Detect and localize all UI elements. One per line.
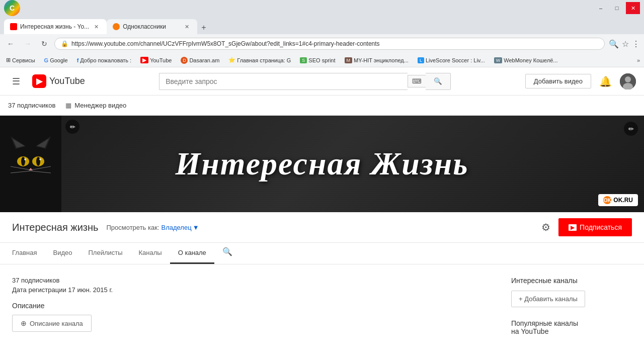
youtube-page: ☰ ▶ YouTube ⌨ 🔍 Добавить видео 🔔 37 подп… (0, 67, 644, 362)
bookmark-seo[interactable]: S SEO sprint (298, 56, 337, 64)
tab-search-icon[interactable]: 🔍 (214, 243, 240, 264)
window-controls: – □ ✕ (594, 2, 640, 14)
close-button[interactable]: ✕ (626, 2, 640, 14)
svg-point-8 (24, 158, 26, 160)
keyboard-icon[interactable]: ⌨ (408, 75, 426, 87)
user-avatar[interactable] (620, 73, 636, 89)
menu-icon[interactable]: ⋮ (632, 39, 640, 49)
tab-playlists[interactable]: Плейлисты (80, 243, 130, 264)
ok-ru-icon: OK (603, 196, 611, 204)
registration-stat: Дата регистрации 17 июн. 2015 г. (12, 286, 499, 294)
maximize-button[interactable]: □ (610, 2, 624, 14)
bookmark-main[interactable]: ⭐ Главная страница: G (226, 56, 293, 64)
ok-ru-label: OK.RU (613, 197, 633, 204)
svg-rect-3 (6, 134, 56, 194)
search-input[interactable] (159, 73, 408, 90)
bookmark-dasaran[interactable]: D Dasaran.am (179, 56, 221, 65)
search-nav-icon[interactable]: 🔍 (609, 39, 619, 49)
tab-ok-title: Одноклассники (123, 23, 166, 30)
grid-icon: ⊞ (6, 57, 11, 63)
interesting-channels-section: Интересные каналы + Добавить каналы (511, 277, 632, 307)
subscribers-stat: 37 подписчиков (12, 277, 499, 284)
channel-tabs: Главная Видео Плейлисты Каналы О канале … (0, 243, 644, 264)
bookmark-webmoney[interactable]: W WebMoney Кошелё... (492, 56, 560, 64)
edit-art-icon[interactable]: ✏ (624, 122, 638, 136)
interesting-channels-title: Интересные каналы (511, 277, 632, 285)
view-as-select[interactable]: Владелец ▼ (161, 224, 199, 231)
title-bar: C – □ ✕ (0, 0, 644, 16)
channel-info-bar: Интересная жизнь Просмотреть как: Владел… (0, 212, 644, 243)
bookmarks-more[interactable]: » (637, 57, 640, 63)
subscribe-button[interactable]: ▶ Подписаться (558, 218, 632, 236)
bookmarks-bar: ⊞ Сервисы G Google f Добро пожаловать : … (0, 53, 644, 67)
new-tab-button[interactable]: + (197, 21, 210, 34)
lock-icon: 🔒 (61, 40, 68, 47)
yt-logo-icon: ▶ (32, 74, 46, 88)
svg-point-7 (36, 157, 40, 166)
tab-channels[interactable]: Каналы (131, 243, 170, 264)
search-button[interactable]: 🔍 (426, 73, 451, 90)
channel-avatar-image (6, 139, 56, 189)
star-icon: ⭐ (228, 57, 235, 63)
view-as: Просмотреть как: Владелец ▼ (106, 224, 199, 231)
view-as-label: Просмотреть как: (106, 224, 159, 231)
svg-point-9 (39, 158, 41, 160)
tab-youtube-title: Интересная жизнь - Yo... (20, 23, 89, 30)
chevron-down-icon: ▼ (193, 224, 199, 231)
yt-logo-text: YouTube (49, 76, 85, 86)
settings-button[interactable]: ⚙ (539, 219, 552, 235)
channel-art-title: Интересная Жизнь (175, 145, 468, 183)
yt-header-right: Добавить видео 🔔 (525, 73, 636, 89)
seo-icon: S (300, 57, 307, 63)
notifications-bell-icon[interactable]: 🔔 (599, 75, 612, 87)
myhit-icon: M (345, 57, 353, 63)
tab-home[interactable]: Главная (12, 243, 45, 264)
channel-info-right: ⚙ ▶ Подписаться (539, 218, 632, 236)
svg-point-6 (21, 157, 25, 166)
subheader-subscribers[interactable]: 37 подписчиков (8, 102, 55, 109)
tab-ok-close[interactable]: ✕ (183, 23, 191, 31)
channel-subheader: 37 подписчиков ▦ Менеджер видео (0, 96, 644, 116)
channel-content: 37 подписчиков Дата регистрации 17 июн. … (0, 264, 644, 362)
add-channels-button[interactable]: + Добавить каналы (511, 291, 585, 307)
ok-ru-badge[interactable]: OK OK.RU (598, 194, 638, 206)
description-channel-button[interactable]: ⊕ Описание канала (12, 315, 92, 332)
channel-avatar-small (0, 116, 61, 212)
add-video-button[interactable]: Добавить видео (525, 74, 591, 88)
address-bar[interactable]: 🔒 https://www.youtube.com/channel/UCzVFF… (54, 38, 605, 50)
tab-about[interactable]: О канале (170, 243, 214, 264)
bookmark-welcome[interactable]: f Добро пожаловать : (75, 56, 134, 64)
tab-ok[interactable]: Одноклассники ✕ (107, 19, 197, 34)
yt-logo[interactable]: ▶ YouTube (32, 74, 85, 88)
bookmark-myhit[interactable]: M MY-HIT энциклопед... (343, 56, 411, 64)
minimize-button[interactable]: – (594, 2, 608, 14)
bookmark-livescore[interactable]: L LiveScore Soccer : Liv... (416, 56, 487, 64)
dasaran-icon: D (181, 57, 188, 64)
edit-avatar-icon[interactable]: ✏ (65, 120, 79, 134)
back-button[interactable]: ← (4, 38, 17, 50)
channel-stats: 37 подписчиков Дата регистрации 17 июн. … (12, 277, 499, 294)
yt-header: ☰ ▶ YouTube ⌨ 🔍 Добавить видео 🔔 (0, 67, 644, 96)
tab-youtube[interactable]: Интересная жизнь - Yo... ✕ (4, 19, 107, 34)
yt-subscribe-icon: ▶ (569, 224, 577, 231)
browser-icon: C (4, 0, 20, 16)
bookmark-icon[interactable]: ☆ (622, 39, 629, 49)
video-manager-icon: ▦ (65, 102, 71, 109)
subheader-video-manager[interactable]: ▦ Менеджер видео (65, 102, 126, 109)
bookmark-services[interactable]: ⊞ Сервисы (4, 56, 37, 64)
tab-youtube-close[interactable]: ✕ (92, 23, 101, 31)
channel-name: Интересная жизнь (12, 222, 98, 233)
title-bar-left: C (4, 0, 20, 16)
google-icon: G (44, 57, 49, 63)
browser-chrome: C – □ ✕ Интересная жизнь - Yo... ✕ Однок… (0, 0, 644, 67)
hamburger-menu-icon[interactable]: ☰ (8, 72, 24, 91)
svg-point-1 (625, 76, 631, 82)
bookmark-google[interactable]: G Google (42, 56, 70, 64)
plus-icon: ⊕ (21, 319, 27, 327)
tab-videos[interactable]: Видео (45, 243, 80, 264)
bookmark-youtube[interactable]: ▶ YouTube (138, 56, 174, 64)
popular-channels-title: Популярные каналы на YouTube (511, 319, 632, 335)
reload-button[interactable]: ↻ (38, 38, 50, 50)
fb-icon: f (77, 57, 79, 63)
forward-button[interactable]: → (21, 38, 34, 50)
